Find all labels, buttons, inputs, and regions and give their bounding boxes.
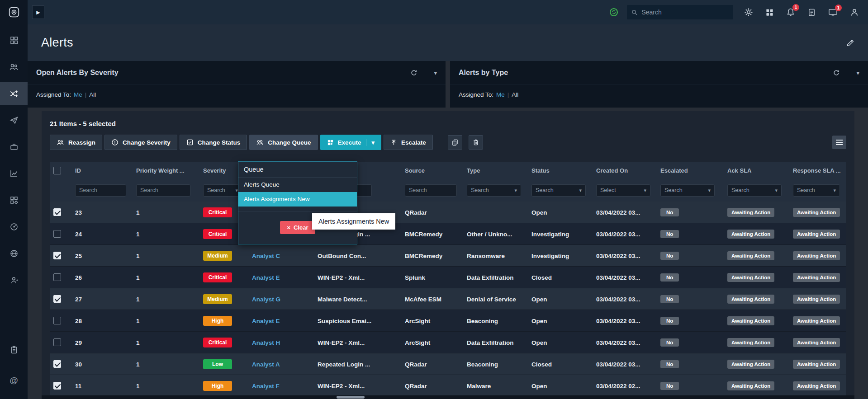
- cell-assigned-to[interactable]: Analyst H: [248, 332, 314, 353]
- queue-option[interactable]: Alerts Queue: [238, 178, 357, 192]
- duplicate-button[interactable]: [448, 135, 462, 150]
- sessions-button[interactable]: 1: [828, 8, 838, 17]
- column-header-status[interactable]: Status: [528, 162, 593, 179]
- filter-select-response-sla[interactable]: Search▾: [793, 184, 840, 197]
- sidebar-item-campaigns[interactable]: [0, 109, 28, 131]
- global-search[interactable]: [627, 5, 733, 19]
- cell-assigned-to[interactable]: Analyst C: [248, 245, 314, 267]
- filter-input-source[interactable]: [405, 184, 457, 197]
- row-checkbox[interactable]: [53, 252, 61, 259]
- column-header-response-sla[interactable]: Response SLA ...: [789, 162, 846, 179]
- assigned-analyst-link[interactable]: Analyst F: [252, 383, 280, 390]
- collapse-caret-icon[interactable]: ▾: [856, 70, 859, 76]
- filter-select-severity[interactable]: Search▾: [203, 184, 242, 197]
- alert-row[interactable]: 281HighAnalyst ESuspicious Emai...ArcSig…: [50, 310, 846, 332]
- sidebar-item-cases[interactable]: [0, 136, 28, 158]
- sidebar-item-reports[interactable]: [0, 162, 28, 185]
- user-profile-button[interactable]: [850, 8, 859, 17]
- cell-assigned-to[interactable]: Analyst G: [248, 288, 314, 310]
- change-queue-button[interactable]: Change Queue: [249, 135, 318, 150]
- row-checkbox[interactable]: [53, 317, 61, 324]
- cell-assigned-to[interactable]: Analyst A: [248, 353, 314, 375]
- change-status-button[interactable]: Change Status: [180, 135, 247, 150]
- execute-button[interactable]: Execute ▾: [320, 135, 381, 150]
- select-all-checkbox[interactable]: [53, 167, 61, 174]
- sidebar-item-users[interactable]: [0, 56, 28, 78]
- alert-row[interactable]: 291CriticalAnalyst HWIN-EP2 - Xml...ArcS…: [50, 332, 846, 353]
- assigned-me-link[interactable]: Me: [496, 91, 505, 98]
- assigned-all-link[interactable]: All: [89, 91, 96, 98]
- alert-row[interactable]: 231CriticalQRadarOpen03/04/2022 03...NoA…: [50, 202, 846, 223]
- alert-row[interactable]: 241CriticalRepeated Login ...BMCRemedyOt…: [50, 223, 846, 245]
- row-checkbox[interactable]: [53, 338, 61, 346]
- collapse-caret-icon[interactable]: ▾: [434, 70, 437, 76]
- change-severity-button[interactable]: Change Severity: [104, 135, 177, 150]
- row-checkbox[interactable]: [53, 295, 61, 303]
- sidebar-item-alerts-active[interactable]: [0, 82, 28, 105]
- apps-menu-button[interactable]: [765, 8, 774, 17]
- delete-button[interactable]: [469, 135, 483, 150]
- alert-row[interactable]: 301LowAnalyst ARepeated Login ...QRadarB…: [50, 353, 846, 375]
- edit-page-button[interactable]: [846, 39, 854, 47]
- cell-assigned-to[interactable]: Analyst E: [248, 310, 314, 332]
- assigned-me-link[interactable]: Me: [74, 91, 82, 98]
- alert-row[interactable]: 271MediumAnalyst GMalware Detect...McAfe…: [50, 288, 846, 310]
- assigned-analyst-link[interactable]: Analyst E: [252, 274, 280, 281]
- sidebar-item-apps[interactable]: [0, 189, 28, 211]
- assigned-analyst-link[interactable]: Analyst E: [252, 318, 280, 324]
- queue-option[interactable]: Alerts Assignments New: [238, 192, 357, 207]
- filter-select-created-on[interactable]: Select▾: [596, 184, 650, 197]
- filter-select-type[interactable]: Search▾: [467, 184, 521, 197]
- expand-tab-button[interactable]: ▶: [32, 5, 44, 19]
- system-status-indicator[interactable]: [609, 7, 619, 17]
- sidebar-item-tasks[interactable]: [0, 338, 28, 361]
- row-checkbox[interactable]: [53, 230, 61, 238]
- cell-assigned-to[interactable]: Analyst F: [248, 375, 314, 397]
- reassign-button[interactable]: Reassign: [50, 135, 102, 150]
- filter-select-escalated[interactable]: Search▾: [660, 184, 715, 197]
- assigned-analyst-link[interactable]: Analyst H: [252, 339, 280, 346]
- row-checkbox[interactable]: [53, 382, 61, 390]
- column-header-priority-weight[interactable]: Priority Weight ...: [133, 162, 199, 179]
- row-checkbox[interactable]: [53, 273, 61, 281]
- column-header-source[interactable]: Source: [401, 162, 463, 179]
- assigned-analyst-link[interactable]: Analyst A: [252, 361, 280, 368]
- notifications-button[interactable]: 1: [786, 8, 795, 17]
- sidebar-item-support[interactable]: @: [0, 369, 28, 392]
- row-checkbox[interactable]: [53, 360, 61, 368]
- assigned-all-link[interactable]: All: [512, 91, 518, 98]
- assigned-analyst-link[interactable]: Analyst C: [252, 253, 280, 259]
- sessions-badge: 1: [835, 5, 842, 11]
- filter-select-ack-sla[interactable]: Search▾: [727, 184, 782, 197]
- alert-row[interactable]: 261CriticalAnalyst EWIN-EP2 - Xml...Splu…: [50, 267, 846, 288]
- alert-row[interactable]: 111HighAnalyst FWIN-EP2 - Xml...QRadarMa…: [50, 375, 846, 397]
- clear-queue-button[interactable]: × Clear: [280, 221, 315, 234]
- refresh-icon[interactable]: [833, 69, 840, 76]
- cell-response-sla: Awaiting Action: [789, 288, 846, 310]
- refresh-icon[interactable]: [410, 69, 417, 76]
- filter-select-status[interactable]: Search▾: [531, 184, 586, 197]
- assigned-analyst-link[interactable]: Analyst G: [252, 296, 280, 303]
- column-header-type[interactable]: Type: [463, 162, 528, 179]
- filter-input-id[interactable]: [75, 184, 126, 197]
- alert-row[interactable]: 251MediumAnalyst COutBound Con...BMCReme…: [50, 245, 846, 267]
- cell-assigned-to[interactable]: Analyst E: [248, 267, 314, 288]
- sidebar-item-dashboard[interactable]: [0, 29, 28, 52]
- column-header-ack-sla[interactable]: Ack SLA: [724, 162, 789, 179]
- approvals-button[interactable]: [807, 8, 816, 17]
- settings-button[interactable]: [744, 8, 753, 17]
- scrollbar-handle[interactable]: [337, 396, 365, 399]
- filter-input-priority-weight[interactable]: [136, 184, 190, 197]
- app-logo[interactable]: [0, 0, 28, 24]
- sidebar-item-threat-intel[interactable]: [0, 242, 28, 265]
- search-input[interactable]: [641, 9, 729, 16]
- column-header-escalated[interactable]: Escalated: [657, 162, 724, 179]
- sidebar-item-monitoring[interactable]: [0, 216, 28, 238]
- column-header-id[interactable]: ID: [71, 162, 133, 179]
- row-checkbox[interactable]: [53, 208, 61, 216]
- sidebar-item-team[interactable]: [0, 269, 28, 291]
- column-header-created-on[interactable]: Created On: [593, 162, 657, 179]
- table-menu-button[interactable]: [832, 136, 846, 149]
- escalate-button[interactable]: Escalate: [384, 135, 433, 150]
- horizontal-scrollbar[interactable]: [42, 395, 854, 399]
